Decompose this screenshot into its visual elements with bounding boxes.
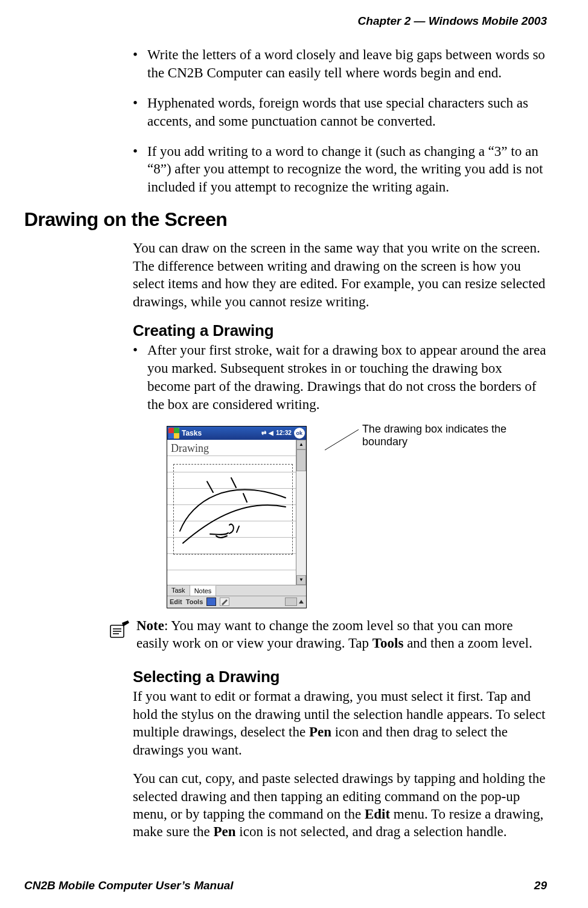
leader-line-icon xyxy=(324,426,360,452)
sel-2c: icon is not selected, and drag a selecti… xyxy=(236,824,507,839)
page-header-right: Chapter 2 — Windows Mobile 2003 xyxy=(24,14,547,28)
menu-edit: Edit xyxy=(170,598,182,605)
selecting-paragraph-2: You can cut, copy, and paste selected dr… xyxy=(133,770,547,841)
footer-left: CN2B Mobile Computer User’s Manual xyxy=(24,879,234,892)
pda-screenshot: Tasks ⇄ ◀ 12:32 ok Drawing xyxy=(167,426,307,608)
pen-word: Pen xyxy=(309,724,331,739)
subheading-selecting: Selecting a Drawing xyxy=(133,668,547,686)
note-tools-word: Tools xyxy=(372,636,404,651)
section-intro-paragraph: You can draw on the screen in the same w… xyxy=(133,239,547,311)
pda-scrollbar: ▲ ▼ xyxy=(296,440,306,585)
bullet-item: Hyphenated words, foreign words that use… xyxy=(133,94,547,130)
subheading-creating: Creating a Drawing xyxy=(133,321,547,340)
scroll-down-icon: ▼ xyxy=(296,575,306,585)
ok-button-icon: ok xyxy=(294,428,305,439)
cassette-icon xyxy=(206,597,216,606)
signal-icon: ⇄ xyxy=(261,430,266,436)
drawing-box xyxy=(173,464,293,555)
note-text: Note: You may want to change the zoom le… xyxy=(136,617,547,652)
pda-canvas: Drawing xyxy=(167,440,296,585)
sip-up-icon xyxy=(299,600,304,604)
tab-notes: Notes xyxy=(190,585,217,596)
figure-row: Tasks ⇄ ◀ 12:32 ok Drawing xyxy=(167,426,547,608)
pen-word-2: Pen xyxy=(213,824,235,839)
scroll-up-icon: ▲ xyxy=(296,440,306,449)
creating-bullet-list: After your first stroke, wait for a draw… xyxy=(133,341,547,414)
footer-right: 29 xyxy=(534,879,547,892)
bullet-item: Write the letters of a word closely and … xyxy=(133,46,547,82)
pen-icon xyxy=(220,597,229,606)
note-icon xyxy=(109,619,130,641)
pda-title: Tasks xyxy=(182,429,202,437)
note-label: Note xyxy=(136,618,164,633)
menu-tools: Tools xyxy=(186,598,203,605)
note-span-b: and then a zoom level. xyxy=(403,636,532,651)
start-flag-icon xyxy=(168,428,179,439)
tab-task: Task xyxy=(167,585,190,596)
section-heading-drawing: Drawing on the Screen xyxy=(24,208,547,231)
note-block: Note: You may want to change the zoom le… xyxy=(109,617,547,652)
speaker-icon: ◀ xyxy=(269,430,273,436)
pda-time: 12:32 xyxy=(276,430,292,436)
edit-word: Edit xyxy=(365,807,390,822)
pda-titlebar: Tasks ⇄ ◀ 12:32 ok xyxy=(167,427,306,440)
sketch-lines-icon xyxy=(174,465,293,555)
keyboard-icon xyxy=(285,597,297,606)
scroll-thumb xyxy=(296,449,306,471)
figure-caption: The drawing box indicates the boundary xyxy=(324,426,547,452)
top-bullet-list: Write the letters of a word closely and … xyxy=(133,46,547,196)
pda-bottombar: Edit Tools xyxy=(167,596,306,608)
selecting-paragraph-1: If you want to edit or format a drawing,… xyxy=(133,687,547,759)
caption-text: The drawing box indicates the boundary xyxy=(362,423,547,448)
handwriting-drawing-label: Drawing xyxy=(171,442,209,455)
page-footer: CN2B Mobile Computer User’s Manual 29 xyxy=(24,879,547,892)
bullet-item: If you add writing to a word to change i… xyxy=(133,143,547,197)
bullet-item: After your first stroke, wait for a draw… xyxy=(133,341,547,414)
pda-tabs: Task Notes xyxy=(167,585,306,596)
svg-line-0 xyxy=(325,430,359,450)
